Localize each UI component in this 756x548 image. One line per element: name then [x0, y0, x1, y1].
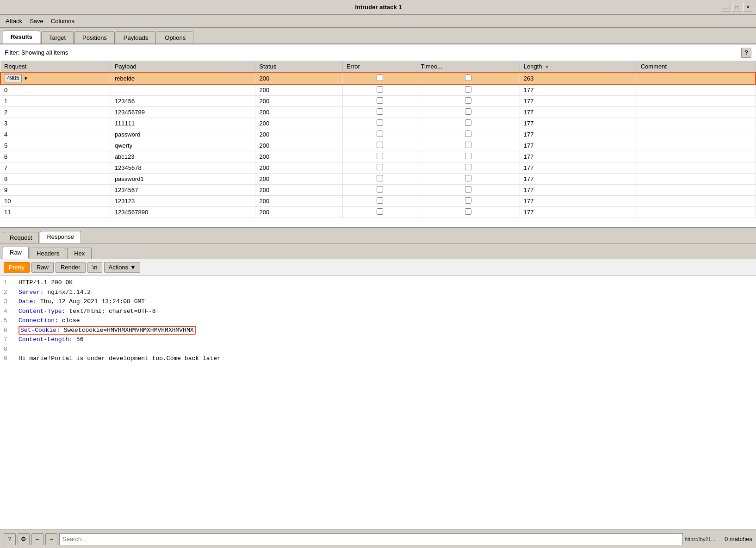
table-row[interactable]: 9 1234567 200 177: [0, 185, 756, 196]
cell-error[interactable]: [342, 207, 417, 218]
table-row[interactable]: 7 12345678 200 177: [0, 162, 756, 174]
search-input[interactable]: [59, 533, 683, 545]
cell-error[interactable]: [342, 196, 417, 207]
cell-error[interactable]: [342, 129, 417, 140]
col-comment[interactable]: Comment: [637, 61, 756, 72]
table-row[interactable]: 4 password 200 177: [0, 129, 756, 140]
cell-timeout[interactable]: [417, 162, 520, 174]
tab-target[interactable]: Target: [41, 31, 74, 44]
cell-error-highlighted[interactable]: [342, 72, 417, 84]
newline-button[interactable]: \n: [87, 262, 103, 273]
cell-error[interactable]: [342, 96, 417, 107]
minimize-button[interactable]: —: [721, 3, 730, 12]
menu-attack[interactable]: Attack: [2, 16, 26, 26]
error-cb[interactable]: [377, 186, 383, 193]
table-row[interactable]: 5 qwerty 200 177: [0, 140, 756, 151]
cell-timeout[interactable]: [417, 96, 520, 107]
tab-headers[interactable]: Headers: [30, 248, 66, 259]
actions-dropdown[interactable]: Actions ▼: [104, 262, 140, 273]
cell-timeout[interactable]: [417, 140, 520, 151]
error-cb[interactable]: [377, 86, 383, 93]
settings-button[interactable]: ⚙: [18, 533, 30, 545]
cell-error[interactable]: [342, 185, 417, 196]
cell-timeout[interactable]: [417, 207, 520, 218]
table-row-highlighted[interactable]: 4905 ▼ rebelde 200 263: [0, 72, 756, 84]
menu-columns[interactable]: Columns: [47, 16, 78, 26]
cell-timeout[interactable]: [417, 118, 520, 129]
cell-timeout[interactable]: [417, 84, 520, 96]
error-cb[interactable]: [377, 108, 383, 115]
timeout-cb[interactable]: [465, 97, 471, 104]
tab-positions[interactable]: Positions: [74, 31, 115, 44]
cell-timeout[interactable]: [417, 174, 520, 185]
col-payload[interactable]: Payload: [111, 61, 255, 72]
tab-hex[interactable]: Hex: [67, 248, 92, 259]
timeout-cb[interactable]: [465, 153, 471, 159]
request-dropdown-arrow[interactable]: ▼: [24, 76, 28, 81]
col-error[interactable]: Error: [342, 61, 417, 72]
error-cb[interactable]: [377, 142, 383, 148]
cell-timeout[interactable]: [417, 185, 520, 196]
timeout-cb[interactable]: [465, 86, 471, 93]
cell-error[interactable]: [342, 84, 417, 96]
timeout-cb[interactable]: [465, 131, 471, 137]
table-row[interactable]: 11 1234567890 200 177: [0, 207, 756, 218]
back-button[interactable]: ←: [31, 533, 43, 545]
error-cb[interactable]: [377, 97, 383, 104]
error-cb[interactable]: [377, 175, 383, 181]
raw-button[interactable]: Raw: [31, 262, 54, 273]
cell-error[interactable]: [342, 174, 417, 185]
title-controls[interactable]: — □ ✕: [721, 3, 752, 12]
render-button[interactable]: Render: [56, 262, 86, 273]
error-checkbox[interactable]: [377, 75, 383, 81]
tab-results[interactable]: Results: [3, 31, 40, 44]
cell-timeout[interactable]: [417, 107, 520, 118]
cell-timeout[interactable]: [417, 196, 520, 207]
timeout-cb[interactable]: [465, 164, 471, 170]
timeout-cb[interactable]: [465, 186, 471, 193]
timeout-checkbox[interactable]: [465, 75, 471, 81]
timeout-cb[interactable]: [465, 197, 471, 204]
col-request[interactable]: Request: [0, 61, 111, 72]
error-cb[interactable]: [377, 119, 383, 126]
table-row[interactable]: 2 123456789 200 177: [0, 107, 756, 118]
tab-response[interactable]: Response: [40, 231, 81, 243]
table-row[interactable]: 0 200 177: [0, 84, 756, 96]
timeout-cb[interactable]: [465, 108, 471, 115]
table-row[interactable]: 10 123123 200 177: [0, 196, 756, 207]
table-scroll[interactable]: Request Payload Status Error Timeo... Le…: [0, 61, 756, 227]
table-row[interactable]: 1 123456 200 177: [0, 96, 756, 107]
tab-payloads[interactable]: Payloads: [116, 31, 156, 44]
timeout-cb[interactable]: [465, 119, 471, 126]
table-row[interactable]: 6 abc123 200 177: [0, 151, 756, 162]
forward-button[interactable]: →: [45, 533, 57, 545]
error-cb[interactable]: [377, 131, 383, 137]
cell-error[interactable]: [342, 118, 417, 129]
tab-raw[interactable]: Raw: [3, 247, 29, 259]
col-length[interactable]: Length ▼: [520, 61, 637, 72]
cell-error[interactable]: [342, 140, 417, 151]
timeout-cb[interactable]: [465, 208, 471, 215]
filter-help-button[interactable]: ?: [741, 48, 751, 58]
cell-timeout[interactable]: [417, 151, 520, 162]
cell-error[interactable]: [342, 162, 417, 174]
close-button[interactable]: ✕: [743, 3, 752, 12]
error-cb[interactable]: [377, 153, 383, 159]
table-row[interactable]: 8 password1 200 177: [0, 174, 756, 185]
error-cb[interactable]: [377, 208, 383, 215]
maximize-button[interactable]: □: [732, 3, 741, 12]
col-status[interactable]: Status: [255, 61, 343, 72]
col-timeout[interactable]: Timeo...: [417, 61, 520, 72]
menu-save[interactable]: Save: [26, 16, 47, 26]
tab-request[interactable]: Request: [3, 232, 39, 243]
timeout-cb[interactable]: [465, 142, 471, 148]
timeout-cb[interactable]: [465, 175, 471, 181]
cell-timeout-highlighted[interactable]: [417, 72, 520, 84]
pretty-button[interactable]: Pretty: [4, 262, 30, 273]
error-cb[interactable]: [377, 164, 383, 170]
error-cb[interactable]: [377, 197, 383, 204]
cell-timeout[interactable]: [417, 129, 520, 140]
tab-options[interactable]: Options: [157, 31, 193, 44]
table-row[interactable]: 3 111111 200 177: [0, 118, 756, 129]
cell-error[interactable]: [342, 151, 417, 162]
